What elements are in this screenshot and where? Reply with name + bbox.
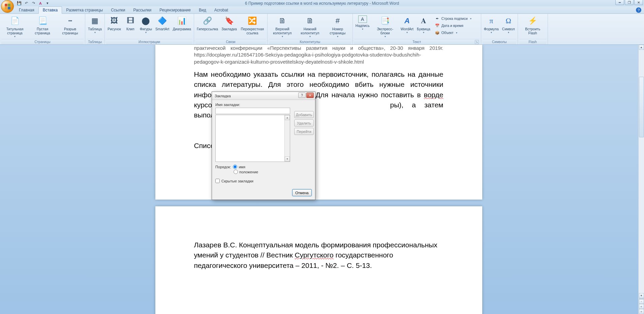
tab-acrobat[interactable]: Acrobat: [210, 7, 232, 13]
help-icon[interactable]: ?: [636, 7, 641, 13]
scroll-track[interactable]: [639, 50, 644, 293]
table-button[interactable]: ▦Таблица▾: [87, 14, 103, 34]
ribbon: 📄Титульная страница▾ 📃Пустая страница ┅Р…: [0, 14, 644, 45]
bookmark-name-input[interactable]: [215, 108, 290, 114]
group-label-illustrations: Иллюстрации: [106, 39, 192, 44]
doc-para-2: Лазарев В.С. Концептуальная модель форми…: [194, 240, 443, 271]
group-label-pages: Страницы: [1, 39, 84, 44]
delete-button[interactable]: Удалить: [294, 119, 314, 127]
goto-button[interactable]: Перейти: [294, 128, 314, 135]
group-label-flash: Flash: [519, 39, 546, 44]
group-label-symbols: Символы: [483, 39, 516, 44]
page-1[interactable]: практической конференции «Перспективы ра…: [155, 45, 482, 200]
cancel-button[interactable]: Отмена: [292, 189, 312, 196]
embed-flash-button[interactable]: ⚡Встроить Flash: [519, 14, 546, 35]
crossref-button[interactable]: 🔀Перекрестная ссылка: [239, 14, 266, 35]
equation-button[interactable]: πФормула▾: [483, 14, 500, 34]
footer-button[interactable]: 🗎Нижний колонтитул▾: [297, 14, 324, 38]
tab-references[interactable]: Ссылки: [107, 7, 129, 13]
dialog-title: Закладка: [215, 94, 231, 98]
group-label-links: Связи: [195, 39, 266, 44]
textbox-button[interactable]: AНадпись▾: [354, 14, 371, 31]
picture-button[interactable]: 🖼Рисунок: [106, 14, 122, 31]
dialog-launcher-icon[interactable]: ↘: [475, 40, 479, 44]
group-pages: 📄Титульная страница▾ 📃Пустая страница ┅Р…: [0, 14, 85, 44]
blank-page-button[interactable]: 📃Пустая страница: [29, 14, 56, 35]
dropcap-button[interactable]: 𝐀Буквица▾: [416, 14, 432, 34]
header-button[interactable]: 🗎Верхний колонтитул▾: [269, 14, 296, 38]
signature-line-button[interactable]: ✒Строка подписи: [434, 15, 478, 22]
group-tables: ▦Таблица▾ Таблицы: [85, 14, 105, 44]
datetime-button[interactable]: 📅Дата и время: [434, 22, 478, 29]
add-button[interactable]: Добавить: [294, 111, 314, 118]
smartart-button[interactable]: 🔷SmartArt: [154, 14, 171, 31]
bookmark-name-label: Имя закладки:: [215, 103, 312, 107]
hidden-bookmarks-checkbox[interactable]: Скрытые закладки: [215, 179, 312, 183]
window-title: 6 Пример подготовки ссылки в word на исп…: [245, 1, 399, 6]
symbol-button[interactable]: ΩСимвол▾: [501, 14, 516, 34]
clipart-button[interactable]: 🎞Клип: [123, 14, 138, 31]
page-2[interactable]: Лазарев В.С. Концептуальная модель форми…: [155, 206, 482, 314]
tab-home[interactable]: Главная: [15, 7, 38, 13]
group-headerfooter: 🗎Верхний колонтитул▾ 🗎Нижний колонтитул▾…: [268, 14, 353, 44]
chart-button[interactable]: 📊Диаграмма: [171, 14, 192, 31]
redo-icon[interactable]: ↷: [30, 0, 36, 6]
list-scroll-down-icon[interactable]: ▼: [285, 156, 290, 162]
document-area: практической конференции «Перспективы ра…: [0, 45, 637, 314]
prev-page-icon[interactable]: «: [639, 304, 644, 309]
doc-fragment: практической конференции «Перспективы ра…: [194, 45, 443, 65]
office-button[interactable]: [1, 0, 14, 13]
undo-icon[interactable]: ↶: [23, 0, 29, 6]
ribbon-tabs: Главная Вставка Разметка страницы Ссылки…: [0, 6, 644, 14]
order-location-radio[interactable]: положение: [234, 170, 258, 174]
list-scroll-up-icon[interactable]: ▲: [285, 115, 290, 120]
tab-page-layout[interactable]: Разметка страницы: [62, 7, 107, 13]
cover-page-button[interactable]: 📄Титульная страница▾: [1, 14, 28, 38]
hyperlink-button[interactable]: 🔗Гиперссылка: [195, 14, 219, 31]
tab-insert[interactable]: Вставка: [38, 6, 62, 14]
qat-customize-icon[interactable]: ▾: [44, 0, 51, 6]
title-bar: 💾 ↶ ↷ A ▾ 6 Пример подготовки ссылки в w…: [0, 0, 644, 6]
browse-object-icon[interactable]: ◦: [639, 299, 644, 304]
bookmark-list[interactable]: ▲ ▼: [215, 115, 290, 162]
vertical-scrollbar[interactable]: ▲ ▼ ◦ « »: [638, 45, 644, 314]
pagenumber-button[interactable]: #Номер страницы▾: [324, 14, 351, 38]
scroll-up-icon[interactable]: ▲: [639, 45, 644, 50]
signature-icon: ✒: [435, 16, 440, 21]
quickparts-button[interactable]: 📑Экспресс-блоки▾: [372, 14, 399, 38]
group-links: 🔗Гиперссылка 🔖Закладка 🔀Перекрестная ссы…: [194, 14, 268, 44]
bookmark-dialog: Закладка ? ✕ Имя закладки: ▲ ▼ Добавить …: [212, 92, 315, 200]
page-break-button[interactable]: ┅Разрыв страницы: [57, 14, 84, 35]
close-button[interactable]: ✕: [634, 0, 643, 5]
list-scrollbar[interactable]: ▲ ▼: [284, 115, 290, 162]
group-text: AНадпись▾ 📑Экспресс-блоки▾ AWordArt▾ 𝐀Бу…: [353, 14, 481, 44]
save-icon[interactable]: 💾: [16, 0, 22, 6]
next-page-icon[interactable]: »: [639, 309, 644, 314]
group-flash: ⚡Встроить Flash Flash: [518, 14, 548, 44]
shapes-button[interactable]: ⬤Фигуры▾: [139, 14, 153, 34]
quick-access-toolbar: 💾 ↶ ↷ A ▾: [16, 0, 51, 6]
restore-button[interactable]: ❐: [625, 0, 634, 5]
tab-mailings[interactable]: Рассылки: [129, 7, 155, 13]
calendar-icon: 📅: [435, 23, 440, 28]
dialog-titlebar[interactable]: Закладка ? ✕: [212, 92, 315, 100]
group-illustrations: 🖼Рисунок 🎞Клип ⬤Фигуры▾ 🔷SmartArt 📊Диагр…: [105, 14, 194, 44]
object-button[interactable]: 📦Объект: [434, 29, 478, 36]
group-label-text: Текст↘: [354, 39, 480, 44]
group-symbols: πФормула▾ ΩСимвол▾ Символы: [481, 14, 518, 44]
minimize-button[interactable]: ━: [615, 0, 624, 5]
wordart-button[interactable]: AWordArt▾: [399, 14, 415, 34]
order-label: Порядок:: [215, 165, 231, 169]
order-name-radio[interactable]: имя: [233, 165, 245, 169]
dialog-close-button[interactable]: ✕: [306, 93, 314, 98]
scroll-down-icon[interactable]: ▼: [639, 293, 644, 298]
dialog-help-button[interactable]: ?: [298, 93, 306, 98]
object-icon: 📦: [435, 30, 440, 35]
tab-review[interactable]: Рецензирование: [155, 7, 195, 13]
group-label-tables: Таблицы: [87, 39, 103, 44]
group-label-headerfooter: Колонтитулы: [269, 39, 351, 44]
tab-view[interactable]: Вид: [195, 7, 210, 13]
bookmark-button[interactable]: 🔖Закладка: [220, 14, 238, 31]
scroll-thumb[interactable]: [639, 77, 644, 137]
qat-item[interactable]: A: [37, 0, 43, 6]
